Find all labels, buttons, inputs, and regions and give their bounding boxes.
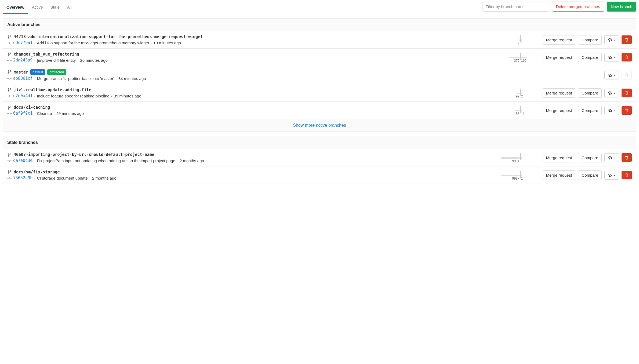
commit-sha[interactable]: 2da243a9: [13, 58, 32, 63]
panel-stale: Stale branches 40607-importing-project-b…: [3, 136, 636, 184]
branch-name[interactable]: docs/sm/fix-storage: [14, 170, 60, 174]
commit-icon: [7, 58, 12, 63]
behind-count: 155: [514, 112, 520, 116]
branch-name[interactable]: docs/ci-caching: [14, 105, 50, 110]
branch-name[interactable]: changes_tab_vue_refactoring: [14, 52, 79, 57]
divergence-graph: 999+ 1: [500, 152, 540, 163]
caret-down-icon: [613, 55, 616, 60]
row-actions: Merge request Compare: [543, 53, 632, 62]
tab-stale[interactable]: Stale: [47, 1, 63, 14]
branch-info: jivl-realtime-update-adding-file e2e0a4d…: [7, 88, 498, 98]
commit-message: Include feature spec for realtime pipeli…: [37, 94, 109, 98]
commit-sha[interactable]: 75652a9b: [13, 176, 32, 180]
download-dropdown-button[interactable]: [604, 153, 619, 162]
commit-message: Cleanup: [37, 111, 52, 116]
download-dropdown-button[interactable]: [604, 53, 619, 62]
merge-request-button[interactable]: Merge request: [543, 170, 576, 180]
delete-branch-button[interactable]: [622, 153, 632, 162]
compare-button[interactable]: Compare: [578, 53, 602, 62]
commit-icon: [7, 40, 12, 45]
behind-count: 375: [514, 59, 520, 63]
row-actions: [604, 71, 632, 79]
tab-overview[interactable]: Overview: [3, 1, 28, 14]
branch-info: 44218-add-internationalization-support-f…: [7, 34, 498, 45]
compare-button[interactable]: Compare: [578, 35, 602, 45]
download-dropdown-button[interactable]: [604, 71, 619, 79]
ahead-count: 11: [521, 112, 525, 116]
branch-name[interactable]: 40607-importing-project-by-url-should-de…: [14, 152, 154, 157]
branch-icon: [7, 152, 12, 157]
divergence-graph: 99 2: [500, 88, 540, 98]
divergence-graph: 9 1: [500, 34, 540, 45]
badge-protected: protected: [47, 69, 66, 75]
branch-icon: [7, 88, 12, 92]
merge-request-button[interactable]: Merge request: [543, 153, 576, 162]
download-dropdown-button[interactable]: [604, 89, 619, 97]
caret-down-icon: [613, 108, 616, 113]
row-actions: Merge request Compare: [543, 88, 632, 98]
merge-request-button[interactable]: Merge request: [543, 35, 576, 45]
commit-sha[interactable]: da7a0c3e: [13, 158, 32, 163]
filter-branch-input[interactable]: [482, 2, 549, 12]
delete-branch-button[interactable]: [622, 53, 632, 61]
download-dropdown-button[interactable]: [604, 35, 619, 44]
tab-all[interactable]: All: [63, 1, 75, 14]
branch-icon: [7, 170, 12, 174]
compare-button[interactable]: Compare: [578, 106, 602, 115]
top-actions: Delete merged branches New branch: [482, 2, 636, 13]
delete-merged-branches-button[interactable]: Delete merged branches: [552, 2, 604, 12]
download-dropdown-button[interactable]: [604, 106, 619, 115]
branch-row: jivl-realtime-update-adding-file e2e0a4d…: [3, 84, 636, 102]
panel-header: Stale branches: [3, 136, 636, 149]
new-branch-button[interactable]: New branch: [607, 2, 636, 12]
commit-time: 35 minutes ago: [114, 94, 141, 98]
top-bar: Overview Active Stale All Delete merged …: [3, 0, 636, 14]
delete-branch-button[interactable]: [622, 106, 632, 115]
ahead-count: 2: [521, 94, 523, 98]
commit-sha[interactable]: e2e0a4d1: [13, 93, 32, 98]
commit-message: ]improve diff file entity: [37, 58, 76, 63]
download-dropdown-button[interactable]: [604, 171, 619, 180]
compare-button[interactable]: Compare: [578, 88, 602, 98]
commit-icon: [7, 76, 12, 81]
merge-request-button[interactable]: Merge request: [543, 53, 576, 62]
branch-name[interactable]: 44218-add-internationalization-support-f…: [14, 34, 203, 39]
row-actions: Merge request Compare: [543, 35, 632, 45]
branch-info: 40607-importing-project-by-url-should-de…: [7, 152, 498, 163]
row-actions: Merge request Compare: [543, 170, 632, 180]
behind-count: 999+: [512, 159, 520, 163]
compare-button[interactable]: Compare: [578, 170, 602, 180]
commit-time: 34 minutes ago: [118, 76, 146, 81]
tabs: Overview Active Stale All: [3, 1, 75, 14]
delete-branch-button[interactable]: [622, 171, 632, 179]
commit-sha[interactable]: ab8061cf: [13, 76, 32, 81]
tab-active[interactable]: Active: [28, 1, 47, 14]
commit-time: 2 months ago: [180, 158, 204, 163]
delete-branch-button-disabled: [622, 71, 632, 79]
badge-default: default: [30, 69, 45, 75]
delete-branch-button[interactable]: [622, 35, 632, 44]
behind-count: 9: [518, 41, 520, 45]
merge-request-button[interactable]: Merge request: [543, 88, 576, 98]
compare-button[interactable]: Compare: [578, 153, 602, 162]
commit-time: 26 minutes ago: [80, 58, 108, 63]
caret-down-icon: [613, 173, 616, 177]
commit-time: 49 minutes ago: [56, 111, 84, 116]
branch-info: master defaultprotected ab8061cf · Merge…: [7, 69, 560, 81]
merge-request-button[interactable]: Merge request: [543, 106, 576, 115]
ahead-count: 199: [521, 59, 527, 63]
show-more-link[interactable]: Show more active branches: [293, 123, 346, 128]
branch-name[interactable]: jivl-realtime-update-adding-file: [14, 88, 91, 92]
panel-header: Active branches: [3, 19, 636, 31]
branch-name[interactable]: master: [14, 70, 28, 75]
commit-sha[interactable]: 6af9f9c1: [13, 111, 32, 116]
commit-sha[interactable]: edc779a1: [13, 40, 32, 45]
branch-row: docs/sm/fix-storage 75652a9b · CI storag…: [3, 166, 636, 184]
branch-icon: [7, 70, 12, 74]
divergence-graph: [562, 70, 602, 81]
commit-icon: [7, 111, 12, 116]
behind-count: 999+: [512, 177, 520, 180]
commit-icon: [7, 176, 12, 180]
branch-icon: [7, 105, 12, 110]
delete-branch-button[interactable]: [622, 89, 632, 97]
